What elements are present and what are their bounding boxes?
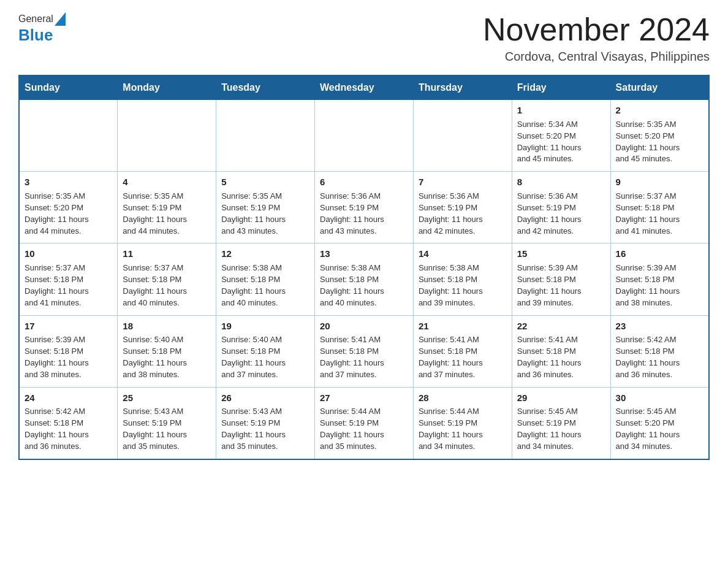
day-number: 10 (25, 247, 112, 261)
day-info: Sunrise: 5:35 AMSunset: 5:19 PMDaylight:… (123, 191, 187, 236)
logo-triangle-icon (54, 12, 66, 26)
day-info: Sunrise: 5:36 AMSunset: 5:19 PMDaylight:… (419, 191, 483, 236)
day-info: Sunrise: 5:41 AMSunset: 5:18 PMDaylight:… (419, 335, 483, 379)
day-number: 21 (419, 320, 507, 333)
day-info: Sunrise: 5:40 AMSunset: 5:18 PMDaylight:… (123, 335, 187, 379)
day-number: 8 (517, 175, 605, 189)
calendar-cell: 9Sunrise: 5:37 AMSunset: 5:18 PMDaylight… (610, 172, 709, 243)
day-number: 13 (320, 247, 408, 261)
day-info: Sunrise: 5:43 AMSunset: 5:19 PMDaylight:… (123, 407, 187, 451)
calendar-cell (19, 100, 118, 172)
logo-blue-text: Blue (18, 26, 53, 45)
calendar-cell: 13Sunrise: 5:38 AMSunset: 5:18 PMDayligh… (315, 243, 414, 315)
day-info: Sunrise: 5:42 AMSunset: 5:18 PMDaylight:… (25, 407, 89, 451)
calendar-cell: 4Sunrise: 5:35 AMSunset: 5:19 PMDaylight… (118, 172, 216, 243)
logo: General (18, 12, 67, 26)
day-info: Sunrise: 5:37 AMSunset: 5:18 PMDaylight:… (123, 263, 187, 307)
week-row-4: 17Sunrise: 5:39 AMSunset: 5:18 PMDayligh… (19, 315, 709, 387)
day-info: Sunrise: 5:35 AMSunset: 5:20 PMDaylight:… (616, 120, 680, 164)
day-number: 16 (616, 247, 703, 261)
day-info: Sunrise: 5:45 AMSunset: 5:20 PMDaylight:… (616, 407, 680, 451)
calendar-cell: 5Sunrise: 5:35 AMSunset: 5:19 PMDaylight… (216, 172, 315, 243)
calendar-cell: 21Sunrise: 5:41 AMSunset: 5:18 PMDayligh… (413, 315, 512, 387)
day-info: Sunrise: 5:34 AMSunset: 5:20 PMDaylight:… (517, 120, 582, 164)
calendar-cell: 17Sunrise: 5:39 AMSunset: 5:18 PMDayligh… (19, 315, 118, 387)
calendar-cell: 28Sunrise: 5:44 AMSunset: 5:19 PMDayligh… (413, 387, 512, 459)
day-info: Sunrise: 5:37 AMSunset: 5:18 PMDaylight:… (25, 263, 89, 307)
day-info: Sunrise: 5:43 AMSunset: 5:19 PMDaylight:… (221, 407, 286, 451)
calendar-cell: 3Sunrise: 5:35 AMSunset: 5:20 PMDaylight… (19, 172, 118, 243)
day-info: Sunrise: 5:38 AMSunset: 5:18 PMDaylight:… (419, 263, 483, 307)
day-info: Sunrise: 5:41 AMSunset: 5:18 PMDaylight:… (320, 335, 384, 379)
calendar-header: SundayMondayTuesdayWednesdayThursdayFrid… (19, 75, 709, 100)
day-number: 29 (517, 391, 605, 405)
day-info: Sunrise: 5:40 AMSunset: 5:18 PMDaylight:… (221, 335, 286, 379)
calendar-cell: 10Sunrise: 5:37 AMSunset: 5:18 PMDayligh… (19, 243, 118, 315)
day-number: 9 (616, 175, 703, 189)
day-info: Sunrise: 5:38 AMSunset: 5:18 PMDaylight:… (320, 263, 384, 307)
calendar-cell: 12Sunrise: 5:38 AMSunset: 5:18 PMDayligh… (216, 243, 315, 315)
day-number: 5 (221, 175, 309, 189)
week-row-3: 10Sunrise: 5:37 AMSunset: 5:18 PMDayligh… (19, 243, 709, 315)
day-number: 2 (616, 104, 703, 117)
calendar-cell: 29Sunrise: 5:45 AMSunset: 5:19 PMDayligh… (512, 387, 610, 459)
day-header-sunday: Sunday (19, 75, 118, 100)
day-info: Sunrise: 5:37 AMSunset: 5:18 PMDaylight:… (616, 191, 680, 236)
calendar-cell: 15Sunrise: 5:39 AMSunset: 5:18 PMDayligh… (512, 243, 610, 315)
day-info: Sunrise: 5:44 AMSunset: 5:19 PMDaylight:… (419, 407, 483, 451)
calendar-cell: 19Sunrise: 5:40 AMSunset: 5:18 PMDayligh… (216, 315, 315, 387)
svg-marker-0 (55, 12, 66, 26)
day-number: 28 (419, 391, 507, 405)
day-number: 6 (320, 175, 408, 189)
day-number: 3 (25, 175, 112, 189)
day-number: 7 (419, 175, 507, 189)
day-info: Sunrise: 5:44 AMSunset: 5:19 PMDaylight:… (320, 407, 384, 451)
day-info: Sunrise: 5:35 AMSunset: 5:19 PMDaylight:… (221, 191, 286, 236)
calendar-cell: 22Sunrise: 5:41 AMSunset: 5:18 PMDayligh… (512, 315, 610, 387)
day-header-tuesday: Tuesday (216, 75, 315, 100)
day-number: 19 (221, 320, 309, 333)
day-number: 17 (25, 320, 112, 333)
day-info: Sunrise: 5:41 AMSunset: 5:18 PMDaylight:… (517, 335, 582, 379)
day-number: 12 (221, 247, 309, 261)
calendar-cell: 16Sunrise: 5:39 AMSunset: 5:18 PMDayligh… (610, 243, 709, 315)
calendar-cell: 23Sunrise: 5:42 AMSunset: 5:18 PMDayligh… (610, 315, 709, 387)
day-header-thursday: Thursday (413, 75, 512, 100)
calendar-cell: 7Sunrise: 5:36 AMSunset: 5:19 PMDaylight… (413, 172, 512, 243)
day-number: 24 (25, 391, 112, 405)
day-number: 14 (419, 247, 507, 261)
calendar-cell: 6Sunrise: 5:36 AMSunset: 5:19 PMDaylight… (315, 172, 414, 243)
day-header-monday: Monday (118, 75, 216, 100)
calendar-cell: 30Sunrise: 5:45 AMSunset: 5:20 PMDayligh… (610, 387, 709, 459)
logo-area: General Blue (18, 12, 67, 45)
day-header-wednesday: Wednesday (315, 75, 414, 100)
day-info: Sunrise: 5:39 AMSunset: 5:18 PMDaylight:… (25, 335, 89, 379)
day-number: 23 (616, 320, 703, 333)
logo-general-text: General (18, 13, 53, 25)
day-info: Sunrise: 5:39 AMSunset: 5:18 PMDaylight:… (517, 263, 582, 307)
calendar-cell: 18Sunrise: 5:40 AMSunset: 5:18 PMDayligh… (118, 315, 216, 387)
day-number: 4 (123, 175, 211, 189)
day-info: Sunrise: 5:36 AMSunset: 5:19 PMDaylight:… (320, 191, 384, 236)
day-info: Sunrise: 5:38 AMSunset: 5:18 PMDaylight:… (221, 263, 286, 307)
calendar-cell (118, 100, 216, 172)
title-area: November 2024 Cordova, Central Visayas, … (483, 12, 710, 64)
calendar-cell (315, 100, 414, 172)
day-header-row: SundayMondayTuesdayWednesdayThursdayFrid… (19, 75, 709, 100)
day-number: 20 (320, 320, 408, 333)
day-info: Sunrise: 5:42 AMSunset: 5:18 PMDaylight:… (616, 335, 680, 379)
page-title: November 2024 (483, 12, 710, 47)
calendar-cell: 14Sunrise: 5:38 AMSunset: 5:18 PMDayligh… (413, 243, 512, 315)
day-number: 15 (517, 247, 605, 261)
day-number: 27 (320, 391, 408, 405)
day-number: 1 (517, 104, 605, 117)
calendar-body: 1Sunrise: 5:34 AMSunset: 5:20 PMDaylight… (19, 100, 709, 459)
day-number: 22 (517, 320, 605, 333)
calendar-cell: 8Sunrise: 5:36 AMSunset: 5:19 PMDaylight… (512, 172, 610, 243)
day-number: 30 (616, 391, 703, 405)
calendar-cell: 2Sunrise: 5:35 AMSunset: 5:20 PMDaylight… (610, 100, 709, 172)
calendar-cell: 24Sunrise: 5:42 AMSunset: 5:18 PMDayligh… (19, 387, 118, 459)
week-row-5: 24Sunrise: 5:42 AMSunset: 5:18 PMDayligh… (19, 387, 709, 459)
day-info: Sunrise: 5:39 AMSunset: 5:18 PMDaylight:… (616, 263, 680, 307)
day-header-saturday: Saturday (610, 75, 709, 100)
